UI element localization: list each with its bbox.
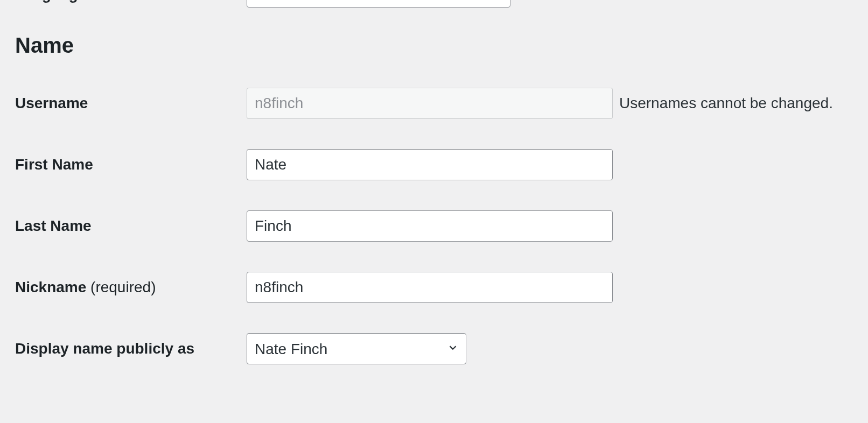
username-label: Username	[15, 95, 247, 112]
display-name-select[interactable]: Nate Finch	[247, 333, 466, 364]
username-input	[247, 88, 613, 119]
translate-icon	[93, 0, 107, 4]
last-name-input[interactable]	[247, 210, 613, 242]
last-name-row: Last Name	[15, 195, 853, 257]
language-select-wrap: Site Default	[247, 0, 510, 8]
language-row: Language Site Default	[15, 0, 853, 10]
display-name-row: Display name publicly as Nate Finch	[15, 318, 853, 379]
username-description: Usernames cannot be changed.	[619, 95, 833, 112]
username-row: Username Usernames cannot be changed.	[15, 73, 853, 134]
language-label: Language	[15, 0, 247, 4]
first-name-input[interactable]	[247, 149, 613, 180]
display-name-select-wrap: Nate Finch	[247, 333, 466, 364]
nickname-row: Nickname (required)	[15, 257, 853, 318]
language-select[interactable]: Site Default	[247, 0, 510, 8]
nickname-label-text: Nickname	[15, 279, 86, 295]
first-name-row: First Name	[15, 134, 853, 195]
last-name-label: Last Name	[15, 217, 247, 235]
display-name-label: Display name publicly as	[15, 340, 247, 357]
nickname-label: Nickname (required)	[15, 279, 247, 296]
name-form-table: Username Usernames cannot be changed. Fi…	[15, 73, 853, 379]
name-section-heading: Name	[15, 10, 853, 73]
nickname-input[interactable]	[247, 272, 613, 303]
nickname-required-text: (required)	[90, 279, 156, 295]
first-name-label: First Name	[15, 156, 247, 173]
language-label-text: Language	[15, 0, 86, 3]
